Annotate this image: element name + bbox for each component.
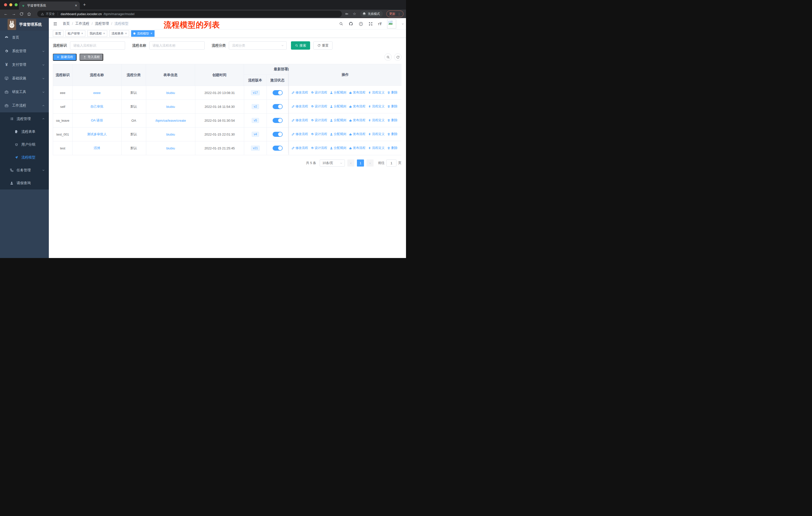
github-icon[interactable] [349,21,353,26]
browser-tab[interactable]: 芋道管理系统 ✕ [19,1,80,9]
assign-rule-link[interactable]: 分配规则 [330,104,346,109]
delete-link[interactable]: 删除 [387,90,398,95]
sidebar-collapse-icon[interactable] [53,22,58,26]
delete-link[interactable]: 删除 [387,104,398,109]
tag-close-icon[interactable]: × [125,32,127,35]
bookmark-star-icon[interactable]: ☆ [353,11,356,16]
process-name-link[interactable]: 测试多审批人 [87,132,107,137]
forward-button[interactable]: → [11,11,16,16]
breadcrumb-workflow[interactable]: 工作流程 [75,21,89,26]
design-process-link[interactable]: 设计流程 [311,104,327,109]
page-size-select[interactable]: 10条/页 [320,160,345,166]
process-key-input[interactable] [70,41,125,50]
process-name-link[interactable]: 滔博 [94,146,100,151]
process-name-link[interactable]: eeee [93,91,101,95]
assign-rule-link[interactable]: 分配规则 [330,146,346,150]
assign-rule-link[interactable]: 分配规则 [330,132,346,136]
reload-button[interactable] [19,12,24,16]
publish-process-link[interactable]: 发布流程 [349,132,366,136]
current-page-button[interactable]: 1 [357,160,364,166]
active-toggle[interactable] [272,118,283,123]
design-process-link[interactable]: 设计流程 [311,146,327,150]
sidebar-item-home[interactable]: 首页 [0,31,49,44]
modify-process-link[interactable]: 修改流程 [291,90,308,95]
design-process-link[interactable]: 设计流程 [311,118,327,123]
active-toggle[interactable] [272,90,283,95]
sidebar-item-task-mgmt[interactable]: 任务管理 [0,164,49,176]
browser-menu-icon[interactable]: ⋮ [398,12,401,16]
sidebar-item-devtools[interactable]: 研发工具 [0,85,49,99]
tag-close-icon[interactable]: × [150,32,152,35]
active-toggle[interactable] [272,104,283,109]
sidebar-item-workflow[interactable]: 工作流程 [0,99,49,112]
tag-close-icon[interactable]: × [81,32,83,35]
sidebar-item-payment[interactable]: ¥ 支付管理 [0,58,49,72]
tag-process-form[interactable]: 流程表单 × [109,30,129,37]
process-definition-link[interactable]: 流程定义 [368,132,385,136]
tag-process-model[interactable]: 流程模型 × [131,30,154,37]
delete-link[interactable]: 删除 [387,146,398,150]
tab-close-icon[interactable]: ✕ [75,4,77,7]
close-window-button[interactable] [4,3,7,6]
form-info-link[interactable]: biubiu [166,146,175,150]
password-key-icon[interactable] [345,12,349,16]
active-toggle[interactable] [272,146,283,151]
process-name-input[interactable] [149,41,205,50]
font-size-icon[interactable]: TT [378,22,382,26]
delete-link[interactable]: 删除 [387,118,398,123]
browser-update-button[interactable]: 更新 ⋮ [386,10,404,17]
publish-process-link[interactable]: 发布流程 [349,90,366,95]
import-process-button[interactable]: 导入流程 [80,54,103,61]
design-process-link[interactable]: 设计流程 [311,132,327,136]
sidebar-item-process-mgmt[interactable]: 流程管理 [0,112,49,125]
form-info-link[interactable]: biubiu [166,105,175,109]
modify-process-link[interactable]: 修改流程 [291,146,308,150]
show-search-button[interactable] [384,53,392,61]
goto-page-input[interactable] [386,160,397,166]
form-info-link[interactable]: /bpm/oa/leave/create [155,119,186,123]
tag-close-icon[interactable]: × [103,32,105,35]
fullscreen-icon[interactable] [369,22,373,26]
publish-process-link[interactable]: 发布流程 [349,118,366,123]
create-process-button[interactable]: 新建流程 [53,54,77,61]
breadcrumb-process-mgmt[interactable]: 流程管理 [95,21,109,26]
modify-process-link[interactable]: 修改流程 [291,118,308,123]
tag-tenant[interactable]: 租户管理 × [65,30,85,37]
search-icon[interactable] [339,22,343,26]
process-definition-link[interactable]: 流程定义 [368,90,385,95]
sidebar-item-process-model[interactable]: 流程模型 [0,151,49,164]
sidebar-item-leave-query[interactable]: 请假查询 [0,176,49,189]
assign-rule-link[interactable]: 分配规则 [330,90,346,95]
minimize-window-button[interactable] [9,3,12,6]
tag-my-process[interactable]: 我的流程 × [87,30,107,37]
design-process-link[interactable]: 设计流程 [311,90,327,95]
form-info-link[interactable]: biubiu [166,133,175,136]
modify-process-link[interactable]: 修改流程 [291,104,308,109]
help-icon[interactable] [359,22,363,26]
process-category-select[interactable]: 流程分类 [229,41,287,50]
refresh-table-button[interactable] [394,53,402,61]
assign-rule-link[interactable]: 分配规则 [330,118,346,123]
sidebar-item-infra[interactable]: 基础设施 [0,72,49,85]
back-button[interactable]: ← [3,11,8,16]
maximize-window-button[interactable] [14,3,18,6]
delete-link[interactable]: 删除 [387,132,398,136]
process-definition-link[interactable]: 流程定义 [368,146,385,150]
tag-home[interactable]: 首页 [53,30,63,37]
home-button[interactable] [27,12,31,16]
search-button[interactable]: 搜索 [291,41,310,50]
avatar-caret-icon[interactable] [402,23,404,25]
new-tab-button[interactable]: + [83,2,86,7]
publish-process-link[interactable]: 发布流程 [349,146,366,150]
sidebar-item-system[interactable]: 系统管理 [0,44,49,58]
process-name-link[interactable]: 自己审批 [90,104,104,109]
prev-page-button[interactable]: ‹ [347,160,354,166]
user-avatar[interactable] [387,19,396,28]
publish-process-link[interactable]: 发布流程 [349,104,366,109]
sidebar-item-user-group[interactable]: 用户分组 [0,138,49,151]
process-name-link[interactable]: OA 请假 [91,118,103,123]
breadcrumb-home[interactable]: 首页 [63,21,70,26]
modify-process-link[interactable]: 修改流程 [291,132,308,136]
reset-button[interactable]: 重置 [313,41,332,50]
next-page-button[interactable]: › [367,160,374,166]
